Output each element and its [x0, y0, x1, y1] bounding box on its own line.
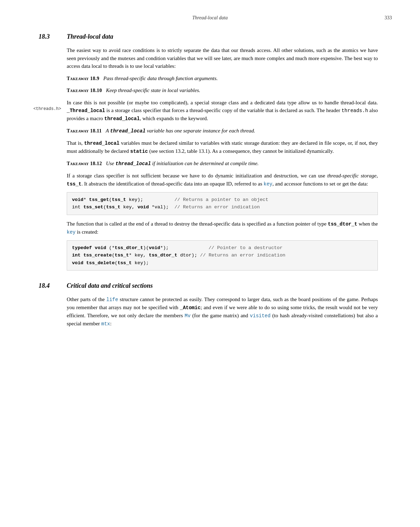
section-18-4: 18.4 Critical data and critical sections… — [28, 281, 392, 328]
page-number: 333 — [385, 14, 392, 21]
visited-ref: visited — [250, 313, 271, 319]
key-ref-2: key — [67, 229, 76, 235]
para-after-code1: The function that is called at the end o… — [67, 220, 378, 236]
atomic-ref: _Atomic — [180, 305, 201, 311]
section-18-4-para1: Other parts of the life structure cannot… — [67, 295, 378, 328]
takeaway-18-12: Takeaway 18.12 Use thread_local if initi… — [67, 160, 378, 168]
life-ref: life — [106, 297, 118, 302]
takeaway-18-9-text: Pass thread-specific data through functi… — [103, 76, 218, 81]
thread-local-macro: thread_local — [104, 116, 140, 122]
takeaway-18-10: Takeaway 18.10 Keep thread-specific stat… — [67, 86, 378, 95]
section-18-4-content: Other parts of the life structure cannot… — [67, 295, 378, 328]
thread-local-var-code: thread_local — [84, 141, 119, 146]
tss-dtor-t: tss_dtor_t — [328, 221, 357, 227]
tss-t-type: tss_t — [67, 181, 81, 187]
intro-paragraph: The easiest way to avoid race conditions… — [67, 46, 378, 70]
code-block-tss-get-set: void* tss_get(tss_t key); // Returns a p… — [67, 192, 378, 215]
Mv-ref: Mv — [185, 313, 191, 319]
section-18-3-title: Thread-local data — [67, 32, 113, 41]
mtx-ref: mtx — [101, 321, 110, 327]
code-block-tss-create-delete: typedef void (*tss_dtor_t)(void*); // Po… — [67, 240, 378, 271]
static-keyword: static — [130, 149, 148, 154]
thread-local-keyword: _Thread_local — [67, 108, 105, 113]
section-18-4-title: Critical data and critical sections — [67, 281, 153, 291]
takeaway-18-11-text: A thread_local variable has one separate… — [106, 128, 255, 134]
threads-h-ref: threads.h — [341, 108, 368, 113]
section-18-4-number: 18.4 — [39, 281, 67, 291]
section-18-3-heading: 18.3 Thread-local data — [39, 32, 392, 41]
tss-intro-para: If a storage class specifier is not suff… — [67, 172, 378, 188]
takeaway-18-9-label: Takeaway 18.9 — [67, 76, 99, 81]
takeaway-18-11-code: thread_local — [110, 128, 146, 134]
section-18-3: 18.3 Thread-local data The easiest way t… — [28, 32, 392, 271]
takeaway-18-11: Takeaway 18.11 A thread_local variable h… — [67, 127, 378, 135]
takeaway-18-12-code: thread_local — [116, 161, 151, 167]
takeaway-18-11-label: Takeaway 18.11 — [67, 128, 102, 134]
header-title: Thread-local data — [28, 14, 392, 21]
takeaway-18-10-label: Takeaway 18.10 — [67, 88, 102, 93]
takeaway-18-12-label: Takeaway 18.12 — [67, 161, 102, 166]
takeaway-18-10-text: Keep thread-specific state in local vari… — [106, 87, 201, 93]
section-18-3-number: 18.3 — [39, 32, 67, 41]
tss-italic: thread-specific storage — [327, 173, 376, 178]
thread-local-vars-para: That is, thread_local variables must be … — [67, 139, 378, 155]
section-18-3-content: The easiest way to avoid race conditions… — [67, 46, 378, 271]
page: Thread-local data 333 18.3 Thread-local … — [0, 0, 420, 527]
thread-local-intro-block: <threads.h> In case this is not possible… — [67, 99, 378, 123]
section-18-4-heading: 18.4 Critical data and critical sections — [39, 281, 392, 291]
takeaway-18-9: Takeaway 18.9 Pass thread-specific data … — [67, 74, 378, 83]
takeaway-18-12-text: Use thread_local if initialization can b… — [106, 161, 259, 166]
key-ref: key — [264, 181, 273, 187]
thread-local-para: In case this is not possible (or maybe t… — [67, 99, 378, 123]
page-header: Thread-local data 333 — [28, 14, 392, 21]
margin-note-threads-h: <threads.h> — [33, 106, 61, 112]
